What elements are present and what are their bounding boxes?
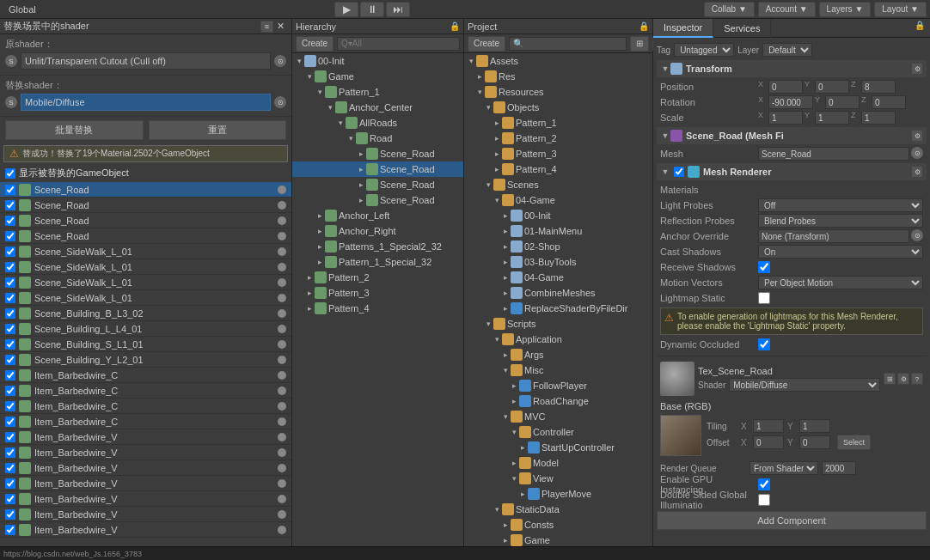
project-tree-item[interactable]: ▸ Pattern_3 xyxy=(464,146,652,161)
material-shader-select[interactable]: Mobile/Diffuse xyxy=(729,378,880,392)
project-create-btn[interactable]: Create xyxy=(468,36,505,52)
project-tree-item[interactable]: ▾ Application xyxy=(464,332,652,347)
tree-expand-icon[interactable]: ▸ xyxy=(500,288,511,298)
list-item-checkbox[interactable] xyxy=(5,231,15,241)
list-item-checkbox[interactable] xyxy=(5,200,15,210)
lightmap-static-checkbox[interactable] xyxy=(758,292,770,304)
project-tree-item[interactable]: ▸ PlayerMove xyxy=(464,486,652,502)
project-tree-item[interactable]: ▸ Model xyxy=(464,455,652,471)
scale-z-input[interactable] xyxy=(861,111,896,125)
project-tree-item[interactable]: ▸ 00-Init xyxy=(464,208,652,223)
tree-expand-icon[interactable]: ▸ xyxy=(356,164,366,174)
light-probes-select[interactable]: Off xyxy=(758,198,923,212)
tree-expand-icon[interactable]: ▸ xyxy=(492,118,502,128)
offset-x-input[interactable]: 0 xyxy=(753,435,784,449)
tree-expand-icon[interactable]: ▾ xyxy=(483,319,493,329)
tree-expand-icon[interactable]: ▸ xyxy=(474,71,485,82)
list-item[interactable]: Scene_SideWalk_L_01 xyxy=(0,259,291,275)
list-item[interactable]: Item_Barbedwire_C xyxy=(0,414,291,429)
tree-expand-icon[interactable]: ▾ xyxy=(325,102,335,113)
hierarchy-tree-item[interactable]: ▾ AllRoads xyxy=(292,115,463,131)
tiling-x-input[interactable]: 1 xyxy=(753,419,784,433)
original-shader-input[interactable] xyxy=(21,52,271,70)
tree-expand-icon[interactable]: ▸ xyxy=(500,272,511,283)
list-item-checkbox[interactable] xyxy=(5,185,15,195)
tree-expand-icon[interactable]: ▾ xyxy=(483,102,493,113)
list-item-checkbox[interactable] xyxy=(5,463,15,473)
mesh-filter-settings-icon[interactable]: ⚙ xyxy=(911,130,923,142)
project-tree-item[interactable]: ▾ MVC xyxy=(464,409,652,424)
hierarchy-tree-item[interactable]: ▸ Anchor_Right xyxy=(292,223,463,239)
reflection-probes-select[interactable]: Blend Probes xyxy=(758,214,923,228)
list-item[interactable]: Scene_Road xyxy=(0,198,291,213)
tree-expand-icon[interactable]: ▾ xyxy=(492,334,502,344)
tree-expand-icon[interactable]: ▾ xyxy=(304,71,315,82)
receive-shadows-checkbox[interactable] xyxy=(758,261,770,273)
list-item-checkbox[interactable] xyxy=(5,324,15,334)
tree-expand-icon[interactable]: ▸ xyxy=(356,180,366,190)
tree-expand-icon[interactable]: ▸ xyxy=(304,303,315,313)
list-item-checkbox[interactable] xyxy=(5,308,15,319)
transform-expand-icon[interactable]: ▼ xyxy=(660,64,670,74)
tree-expand-icon[interactable]: ▸ xyxy=(315,226,325,236)
list-item[interactable]: Item_Barbedwire_V xyxy=(0,460,291,476)
tree-expand-icon[interactable]: ▾ xyxy=(492,195,502,205)
project-tree-item[interactable]: ▾ Misc xyxy=(464,362,652,378)
mesh-renderer-settings-icon[interactable]: ⚙ xyxy=(911,166,923,178)
global-menu[interactable]: Global xyxy=(3,3,41,16)
hierarchy-tree-item[interactable]: ▸ Anchor_Left xyxy=(292,208,463,223)
inspector-lock-icon[interactable]: 🔒 xyxy=(909,19,930,37)
hierarchy-tree-item[interactable]: ▸ Pattern_4 xyxy=(292,301,463,316)
rotation-x-input[interactable]: -90.000 xyxy=(768,95,813,109)
tree-expand-icon[interactable]: ▸ xyxy=(509,458,519,468)
rotation-z-input[interactable]: 0 xyxy=(872,95,906,109)
scale-x-input[interactable] xyxy=(768,111,803,125)
project-tree-item[interactable]: ▸ RoadChange xyxy=(464,393,652,409)
tree-expand-icon[interactable]: ▸ xyxy=(315,241,325,252)
tree-expand-icon[interactable]: ▸ xyxy=(304,272,315,283)
tree-expand-icon[interactable]: ▾ xyxy=(492,504,502,514)
tree-expand-icon[interactable]: ▸ xyxy=(492,164,502,174)
list-item-checkbox[interactable] xyxy=(5,277,15,288)
tree-expand-icon[interactable]: ▸ xyxy=(500,257,511,267)
list-item[interactable]: Item_Barbedwire_V xyxy=(0,522,291,538)
list-item-checkbox[interactable] xyxy=(5,494,15,504)
project-tree-item[interactable]: ▸ 04-Game xyxy=(464,270,652,285)
project-tree-item[interactable]: ▸ Pattern_1 xyxy=(464,115,652,131)
tree-expand-icon[interactable]: ▾ xyxy=(335,118,346,128)
cast-shadows-select[interactable]: On xyxy=(758,245,923,259)
list-item[interactable]: Scene_Building_Y_L2_01 xyxy=(0,352,291,368)
render-queue-select[interactable]: From Shader xyxy=(750,461,818,475)
tree-expand-icon[interactable]: ▸ xyxy=(500,520,511,530)
tree-expand-icon[interactable]: ▸ xyxy=(517,442,528,453)
list-item[interactable]: Scene_SideWalk_L_01 xyxy=(0,275,291,290)
list-item[interactable]: Scene_Road xyxy=(0,213,291,228)
hierarchy-create-btn[interactable]: Create xyxy=(296,36,333,52)
project-tree-item[interactable]: ▾ StaticData xyxy=(464,502,652,517)
project-tree-item[interactable]: ▾ Objects xyxy=(464,100,652,115)
tree-expand-icon[interactable]: ▾ xyxy=(346,133,356,143)
play-button[interactable]: ▶ xyxy=(334,2,358,17)
scale-y-input[interactable] xyxy=(815,111,849,125)
project-tree-item[interactable]: ▾ 04-Game xyxy=(464,192,652,208)
list-item-checkbox[interactable] xyxy=(5,339,15,350)
list-item[interactable]: Item_Barbedwire_V xyxy=(0,445,291,460)
list-item-checkbox[interactable] xyxy=(5,355,15,365)
rotation-y-input[interactable]: 0 xyxy=(825,95,860,109)
project-tree-item[interactable]: ▸ Res xyxy=(464,69,652,84)
layout-button[interactable]: Layout ▼ xyxy=(874,2,927,17)
tree-expand-icon[interactable]: ▾ xyxy=(500,365,511,375)
tree-expand-icon[interactable]: ▸ xyxy=(356,149,366,159)
project-tree-item[interactable]: ▾ Controller xyxy=(464,424,652,440)
list-item[interactable]: Scene_Road xyxy=(0,182,291,198)
project-tree-item[interactable]: ▸ Consts xyxy=(464,517,652,533)
hierarchy-tree-item[interactable]: ▸ Pattern_1_Special_32 xyxy=(292,254,463,270)
project-search[interactable] xyxy=(509,37,627,51)
account-button[interactable]: Account ▼ xyxy=(758,2,816,17)
project-tree-item[interactable]: ▸ 02-Shop xyxy=(464,239,652,254)
gpu-instancing-checkbox[interactable] xyxy=(758,478,770,490)
select-button[interactable]: Select xyxy=(837,435,871,450)
tag-select[interactable]: Untagged xyxy=(674,43,734,57)
mesh-input[interactable]: Scene_Road xyxy=(758,147,909,161)
list-item-checkbox[interactable] xyxy=(5,386,15,396)
